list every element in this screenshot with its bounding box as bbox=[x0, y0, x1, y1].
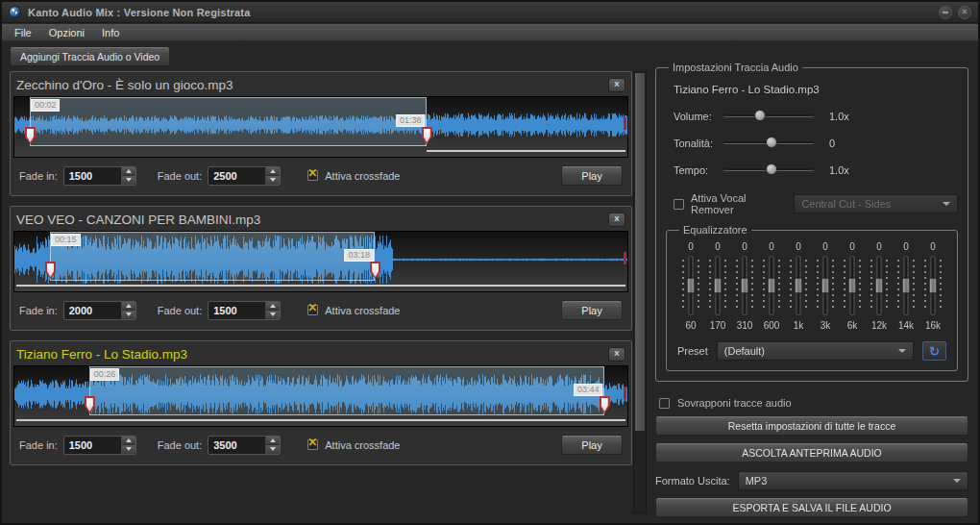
selection-start-time: 00:26 bbox=[90, 368, 120, 381]
eq-band: 016k bbox=[919, 241, 946, 331]
tempo-slider[interactable] bbox=[723, 163, 814, 176]
spin-down-icon[interactable] bbox=[122, 445, 135, 454]
waveform[interactable]: 00:15 03:18 bbox=[13, 231, 628, 292]
eq-band-value: 0 bbox=[849, 241, 855, 252]
check-x-icon: ✕ bbox=[307, 166, 317, 180]
waveform-selection[interactable] bbox=[30, 97, 427, 146]
remove-track-button[interactable]: X bbox=[608, 212, 625, 227]
selection-end-marker[interactable] bbox=[422, 127, 432, 144]
play-button[interactable]: Play bbox=[561, 165, 623, 186]
selection-start-marker[interactable] bbox=[85, 396, 95, 413]
preview-audio-button[interactable]: ASCOLTA ANTEPRIMA AUDIO bbox=[655, 442, 968, 462]
spin-down-icon[interactable] bbox=[122, 176, 135, 185]
eq-band-thumb[interactable] bbox=[848, 278, 857, 294]
spin-up-icon[interactable] bbox=[122, 437, 135, 446]
spin-down-icon[interactable] bbox=[122, 311, 135, 319]
refresh-presets-button[interactable]: ↻ bbox=[922, 341, 946, 361]
eq-band-slider[interactable] bbox=[679, 255, 702, 316]
eq-band-thumb[interactable] bbox=[875, 278, 884, 294]
waveform[interactable]: 00:26 03:44 bbox=[13, 365, 628, 427]
menu-file[interactable]: File bbox=[6, 25, 40, 40]
spin-down-icon[interactable] bbox=[266, 445, 280, 454]
eq-band-slider[interactable] bbox=[868, 255, 891, 316]
tempo-label: Tempo: bbox=[674, 164, 723, 176]
output-format-label: Formato Uscita: bbox=[655, 475, 730, 487]
waveform[interactable]: 00:02 01:38 bbox=[13, 96, 628, 158]
spin-up-icon[interactable] bbox=[122, 302, 135, 312]
volume-slider[interactable] bbox=[723, 110, 814, 122]
eq-band-slider[interactable] bbox=[894, 255, 918, 316]
fade-out-label: Fade out: bbox=[158, 439, 202, 451]
eq-band-thumb[interactable] bbox=[768, 278, 776, 294]
menu-opzioni[interactable]: Opzioni bbox=[40, 25, 93, 40]
minimize-button[interactable] bbox=[939, 6, 952, 19]
eq-band-thumb[interactable] bbox=[795, 278, 803, 294]
reset-all-button[interactable]: Resetta impostazioni di tutte le tracce bbox=[655, 415, 968, 436]
eq-band-slider[interactable] bbox=[921, 255, 944, 316]
eq-band-thumb[interactable] bbox=[929, 278, 938, 294]
waveform-selection[interactable] bbox=[50, 232, 375, 281]
tracks-scrollbar[interactable] bbox=[633, 71, 647, 513]
vocal-remover-checkbox[interactable] bbox=[674, 199, 684, 210]
vocal-remover-mode-select[interactable]: Central Cut - Sides bbox=[794, 194, 958, 213]
selection-start-marker[interactable] bbox=[45, 262, 56, 279]
crossfade-checkbox[interactable]: ✕ bbox=[307, 305, 318, 315]
overlap-tracks-label: Sovrapponi tracce audio bbox=[677, 397, 792, 409]
spin-up-icon[interactable] bbox=[266, 437, 280, 446]
remove-track-button[interactable]: X bbox=[608, 78, 625, 92]
fade-in-input[interactable]: 1500 bbox=[63, 166, 136, 186]
eq-band-thumb[interactable] bbox=[821, 278, 830, 294]
selection-end-marker[interactable] bbox=[370, 262, 380, 279]
progress-line bbox=[427, 150, 625, 152]
fade-out-input[interactable]: 2500 bbox=[208, 166, 281, 186]
output-format-select[interactable]: MP3 bbox=[738, 471, 968, 490]
crossfade-checkbox[interactable]: ✕ bbox=[307, 439, 318, 450]
add-track-button[interactable]: Aggiungi Traccia Audio o Video bbox=[10, 46, 170, 66]
overlap-tracks-checkbox[interactable] bbox=[659, 398, 670, 409]
tonality-slider[interactable] bbox=[723, 137, 814, 149]
slider-thumb[interactable] bbox=[766, 163, 777, 175]
play-button[interactable]: Play bbox=[561, 300, 623, 320]
selection-end-marker[interactable] bbox=[600, 396, 610, 413]
fade-out-input[interactable]: 1500 bbox=[208, 301, 281, 320]
eq-band-slider[interactable] bbox=[787, 255, 810, 316]
play-button[interactable]: Play bbox=[561, 435, 623, 455]
eq-band-thumb[interactable] bbox=[687, 278, 696, 294]
fade-in-input[interactable]: 1500 bbox=[63, 436, 136, 455]
spin-up-icon[interactable] bbox=[122, 167, 135, 177]
eq-band-freq: 60 bbox=[685, 320, 696, 331]
spin-down-icon[interactable] bbox=[266, 311, 280, 319]
remove-track-button[interactable]: X bbox=[608, 347, 625, 362]
fade-out-input[interactable]: 3500 bbox=[208, 436, 281, 455]
eq-band-value: 0 bbox=[688, 241, 694, 252]
track-controls: Fade in: 1500 Fade out: 3500 ✕ Attiva cr… bbox=[11, 427, 631, 455]
close-button[interactable]: ✕ bbox=[958, 6, 971, 19]
eq-band-slider[interactable] bbox=[760, 255, 783, 316]
eq-band-thumb[interactable] bbox=[741, 278, 749, 294]
title-bar: Kanto Audio Mix : Versione Non Registrat… bbox=[2, 2, 978, 23]
export-button[interactable]: ESPORTA E SALVA IL FILE AUDIO bbox=[655, 497, 968, 517]
eq-band-thumb[interactable] bbox=[902, 278, 911, 294]
eq-band-thumb[interactable] bbox=[714, 278, 723, 294]
spin-up-icon[interactable] bbox=[266, 167, 280, 177]
selection-start-marker[interactable] bbox=[25, 127, 36, 144]
spin-down-icon[interactable] bbox=[266, 176, 280, 185]
fade-in-input[interactable]: 2000 bbox=[63, 301, 136, 320]
crossfade-checkbox[interactable]: ✕ bbox=[307, 170, 318, 181]
selection-end-time: 03:18 bbox=[344, 249, 374, 262]
slider-thumb[interactable] bbox=[766, 137, 777, 148]
spin-up-icon[interactable] bbox=[266, 302, 280, 312]
slider-thumb[interactable] bbox=[754, 110, 766, 121]
app-icon bbox=[9, 6, 21, 18]
equalizer-group-title: Equalizzatore bbox=[679, 224, 751, 236]
eq-band-slider[interactable] bbox=[814, 255, 837, 316]
eq-band-slider[interactable] bbox=[841, 255, 864, 316]
preset-select[interactable]: (Default) bbox=[717, 341, 914, 361]
waveform-selection[interactable] bbox=[89, 366, 604, 415]
menu-info[interactable]: Info bbox=[93, 25, 128, 40]
scrollbar-thumb[interactable] bbox=[635, 73, 645, 431]
eq-band-slider[interactable] bbox=[706, 255, 729, 316]
eq-band-value: 0 bbox=[796, 241, 801, 252]
eq-band-slider[interactable] bbox=[733, 255, 756, 316]
selection-end-time: 03:44 bbox=[574, 384, 603, 396]
